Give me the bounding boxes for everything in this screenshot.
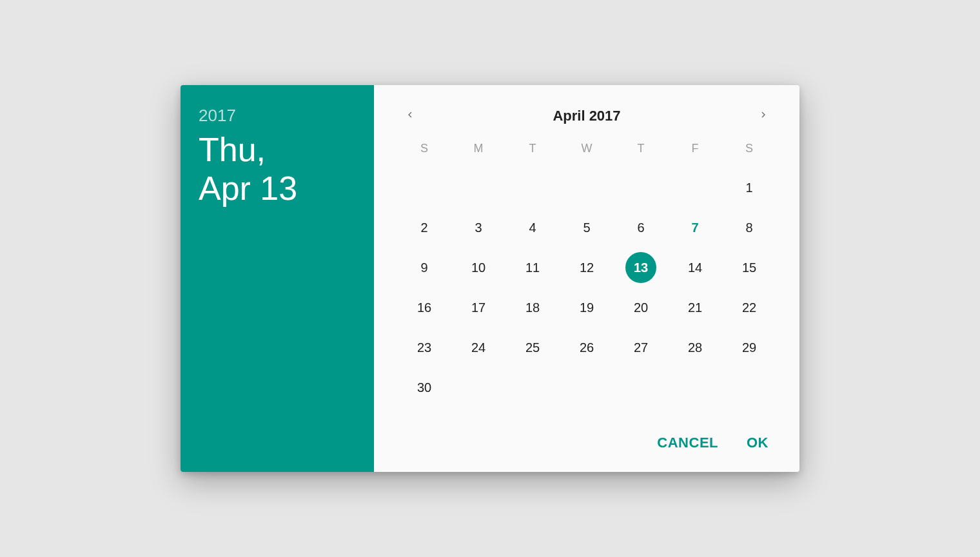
chevron-right-icon bbox=[758, 109, 769, 123]
month-title: April 2017 bbox=[553, 108, 620, 124]
next-month-button[interactable] bbox=[750, 103, 776, 129]
month-nav-row: April 2017 bbox=[397, 101, 776, 132]
day-cell[interactable]: 26 bbox=[571, 332, 602, 363]
day-cell-empty bbox=[463, 172, 494, 203]
day-cell[interactable]: 28 bbox=[680, 332, 710, 363]
year-selector[interactable]: 2017 bbox=[199, 106, 356, 126]
day-cell[interactable]: 14 bbox=[680, 252, 710, 283]
weekday-label: S bbox=[722, 142, 776, 165]
day-cell-empty bbox=[680, 172, 710, 203]
day-cell[interactable]: 15 bbox=[734, 252, 765, 283]
date-picker-dialog: 2017 Thu, Apr 13 April 2017 SMTWTFS 1234… bbox=[181, 85, 799, 472]
day-cell[interactable]: 20 bbox=[625, 292, 656, 323]
ok-button[interactable]: OK bbox=[744, 429, 771, 456]
day-cell[interactable]: 3 bbox=[463, 212, 494, 243]
chevron-left-icon bbox=[404, 109, 416, 123]
day-cell[interactable]: 11 bbox=[517, 252, 548, 283]
day-cell[interactable]: 1 bbox=[734, 172, 765, 203]
day-cell-empty bbox=[625, 172, 656, 203]
selected-date-display[interactable]: Thu, Apr 13 bbox=[199, 131, 356, 208]
day-cell[interactable]: 24 bbox=[463, 332, 494, 363]
day-cell[interactable]: 9 bbox=[409, 252, 440, 283]
weekday-label: T bbox=[614, 142, 668, 165]
calendar-panel: April 2017 SMTWTFS 123456789101112131415… bbox=[374, 85, 799, 472]
day-cell[interactable]: 25 bbox=[517, 332, 548, 363]
day-cell[interactable]: 7 bbox=[680, 212, 710, 243]
day-cell[interactable]: 19 bbox=[571, 292, 602, 323]
day-cell[interactable]: 21 bbox=[680, 292, 710, 323]
day-cell[interactable]: 27 bbox=[625, 332, 656, 363]
day-cell[interactable]: 5 bbox=[571, 212, 602, 243]
day-cell-empty bbox=[517, 172, 548, 203]
day-cell[interactable]: 22 bbox=[734, 292, 765, 323]
day-cell[interactable]: 29 bbox=[734, 332, 765, 363]
day-cell[interactable]: 13 bbox=[625, 252, 656, 283]
weekday-header-row: SMTWTFS bbox=[397, 142, 776, 165]
day-cell[interactable]: 30 bbox=[409, 372, 440, 403]
weekday-label: T bbox=[505, 142, 560, 165]
day-cell[interactable]: 10 bbox=[463, 252, 494, 283]
day-cell[interactable]: 23 bbox=[409, 332, 440, 363]
day-cell[interactable]: 17 bbox=[463, 292, 494, 323]
weekday-label: S bbox=[397, 142, 451, 165]
calendar-days-grid: 1234567891011121314151617181920212223242… bbox=[397, 168, 776, 407]
day-cell[interactable]: 12 bbox=[571, 252, 602, 283]
weekday-label: W bbox=[560, 142, 614, 165]
cancel-button[interactable]: CANCEL bbox=[654, 429, 721, 456]
dialog-actions: CANCEL OK bbox=[397, 422, 776, 459]
day-cell[interactable]: 8 bbox=[734, 212, 765, 243]
date-picker-header: 2017 Thu, Apr 13 bbox=[181, 85, 374, 472]
weekday-label: F bbox=[668, 142, 722, 165]
day-cell[interactable]: 18 bbox=[517, 292, 548, 323]
day-cell[interactable]: 6 bbox=[625, 212, 656, 243]
day-cell-empty bbox=[571, 172, 602, 203]
day-cell[interactable]: 4 bbox=[517, 212, 548, 243]
day-cell[interactable]: 16 bbox=[409, 292, 440, 323]
day-cell-empty bbox=[409, 172, 440, 203]
prev-month-button[interactable] bbox=[397, 103, 423, 129]
day-cell[interactable]: 2 bbox=[409, 212, 440, 243]
weekday-label: M bbox=[451, 142, 505, 165]
